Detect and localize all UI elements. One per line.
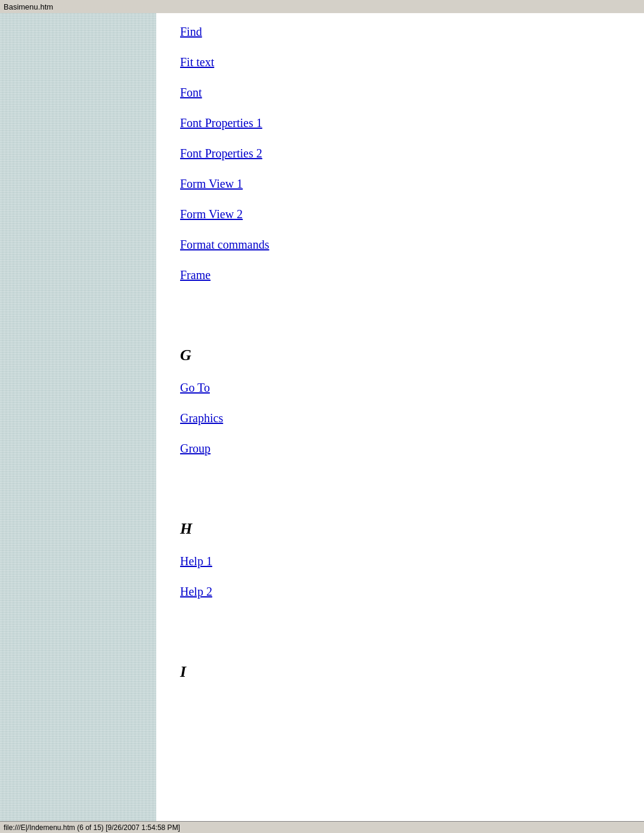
f-section-links: FindFit text FontFont Properties 1Font P…: [180, 25, 620, 282]
page-wrapper: FindFit text FontFont Properties 1Font P…: [0, 13, 644, 830]
section-spacer: [180, 299, 620, 329]
link-help-2[interactable]: Help 2: [180, 585, 620, 599]
status-bar-text: file:///E|/Indemenu.htm (6 of 15) [9/26/…: [4, 823, 180, 832]
link-help-1[interactable]: Help 1: [180, 555, 620, 568]
section-letter-h: H: [180, 520, 620, 538]
section-letter-i: I: [180, 663, 620, 681]
section-spacer: [180, 472, 620, 502]
content-area: FindFit text FontFont Properties 1Font P…: [156, 13, 644, 830]
link-font[interactable]: Font: [180, 86, 620, 100]
link-font-properties-1[interactable]: Font Properties 1: [180, 116, 620, 130]
title-bar-text: Basimenu.htm: [4, 2, 53, 11]
link-form-view-1[interactable]: Form View 1: [180, 177, 620, 191]
link-format-commands[interactable]: Format commands: [180, 238, 620, 252]
link-group[interactable]: Group: [180, 442, 620, 456]
section-spacer: [180, 615, 620, 645]
link-go-to[interactable]: Go To: [180, 381, 620, 395]
link-graphics[interactable]: Graphics: [180, 411, 620, 425]
link-form-view-2[interactable]: Form View 2: [180, 208, 620, 221]
section-letter-g: G: [180, 346, 620, 364]
link-font-properties-2[interactable]: Font Properties 2: [180, 147, 620, 160]
sidebar: [0, 13, 156, 830]
status-bar: file:///E|/Indemenu.htm (6 of 15) [9/26/…: [0, 821, 644, 833]
link-frame[interactable]: Frame: [180, 268, 620, 282]
title-bar: Basimenu.htm: [0, 0, 644, 13]
link-find[interactable]: Find: [180, 25, 620, 39]
sections-container: GGo ToGraphicsGroupHHelp 1Help 2I: [180, 299, 620, 681]
link-fit-text[interactable]: Fit text: [180, 55, 620, 69]
